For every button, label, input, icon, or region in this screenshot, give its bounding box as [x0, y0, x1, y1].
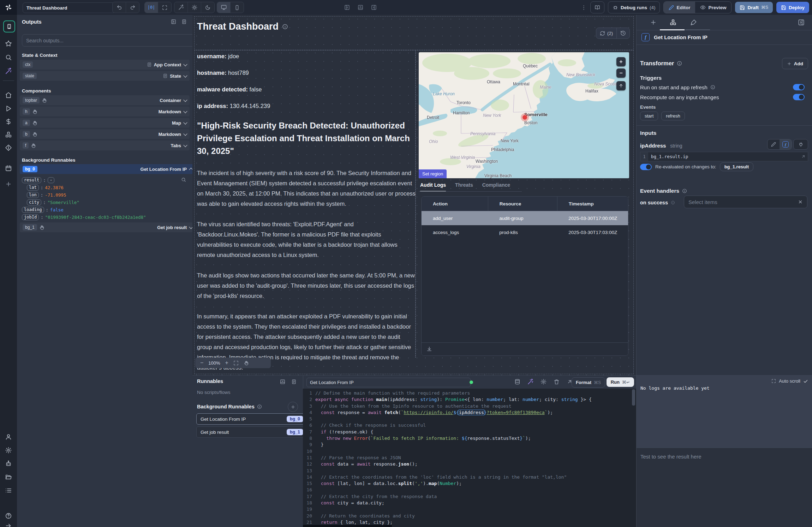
download-icon[interactable]: [426, 346, 432, 352]
rail-deploy-icon[interactable]: [5, 144, 12, 151]
rail-schedules-icon[interactable]: [5, 165, 12, 172]
rail-folders-icon[interactable]: [5, 474, 12, 480]
result-root-row[interactable]: result:-: [22, 176, 187, 184]
undo-button[interactable]: [113, 2, 126, 13]
more-menu-icon[interactable]: [581, 5, 587, 11]
expand-icon[interactable]: [801, 154, 806, 159]
chevron-down-icon[interactable]: [183, 109, 187, 113]
settings-icon[interactable]: [541, 379, 547, 385]
output-row-a[interactable]: aMap: [20, 118, 190, 128]
deploy-button[interactable]: Deploy: [776, 2, 809, 13]
map-zoom-in-button[interactable]: +: [616, 57, 626, 66]
rail-workers-icon[interactable]: [5, 460, 12, 467]
clear-icon[interactable]: [798, 199, 803, 204]
collapse-panel-icon[interactable]: [171, 19, 176, 24]
collapse-runnables-icon[interactable]: [280, 379, 285, 384]
toggle-left-panel-icon[interactable]: [344, 5, 350, 10]
toggle-right-panel-icon[interactable]: [371, 5, 377, 10]
redo-button[interactable]: [126, 2, 139, 13]
output-row-state[interactable]: stateState: [20, 71, 190, 81]
chevron-down-icon[interactable]: [183, 73, 187, 77]
result-search-icon[interactable]: [181, 177, 186, 182]
outputs-search-input[interactable]: Search outputs...: [22, 34, 196, 47]
toggle-bottom-panel-icon[interactable]: [358, 5, 363, 10]
fullscreen-button[interactable]: [158, 2, 171, 13]
editor-scrollbar[interactable]: [632, 389, 635, 406]
rail-user-icon[interactable]: [5, 433, 12, 440]
table-row[interactable]: add_useraudit-group2025-03-30T17:00:00Z: [422, 211, 628, 225]
editor-hscrollbar[interactable]: [303, 525, 392, 527]
ai-wand-icon[interactable]: [527, 379, 533, 385]
code-editor[interactable]: 1// Define the main function with the re…: [303, 389, 636, 527]
rail-favorites-icon[interactable]: [5, 40, 12, 47]
rail-logs-icon[interactable]: [5, 487, 12, 494]
format-button[interactable]: Format ⌘S: [572, 377, 605, 388]
run-button[interactable]: Run ⌘↵: [607, 377, 634, 387]
mobile-view-button[interactable]: [231, 2, 244, 13]
expand-logs-icon[interactable]: [771, 379, 776, 383]
rail-resources-icon[interactable]: [5, 131, 12, 138]
chevron-down-icon[interactable]: [183, 132, 187, 136]
ai-assistant-button[interactable]: [174, 2, 188, 13]
rail-settings-icon[interactable]: [5, 447, 12, 454]
chevron-down-icon[interactable]: [183, 120, 187, 124]
map-zoom-out-button[interactable]: −: [616, 68, 626, 78]
insert-tab-icon[interactable]: [650, 19, 657, 26]
draft-button[interactable]: Draft ⌘S: [735, 2, 773, 13]
reeval-toggle[interactable]: [640, 164, 652, 170]
output-row-f[interactable]: fTabs: [20, 140, 190, 150]
info-icon[interactable]: [282, 24, 288, 30]
dark-theme-button[interactable]: [201, 2, 214, 13]
rail-variables-icon[interactable]: [5, 118, 12, 125]
runnables-doc-icon[interactable]: [291, 379, 297, 384]
tab-audit-logs[interactable]: Audit Logs: [420, 182, 446, 192]
runnable-item-bg_0[interactable]: Get Location From IPbg_0: [196, 413, 305, 425]
rail-collapse-icon[interactable]: [5, 522, 12, 527]
rail-search-icon[interactable]: [5, 54, 12, 61]
runnable-item-bg_1[interactable]: Get job resultbg_1: [196, 426, 305, 438]
chevron-down-icon[interactable]: [183, 62, 187, 66]
input-expression-editor[interactable]: 1 bg_1.result.ip: [640, 152, 808, 161]
refresh-button[interactable]: (2): [596, 28, 616, 38]
output-row-topbar[interactable]: topbarContainer: [20, 95, 190, 105]
bg0-output-row[interactable]: bg_0 Get Location From IP: [20, 164, 195, 174]
tab-compliance[interactable]: Compliance: [482, 182, 510, 192]
output-row-b[interactable]: bMarkdown: [20, 129, 190, 139]
zoom-out-button[interactable]: −: [200, 360, 203, 366]
column-header-action[interactable]: Action: [422, 197, 488, 211]
eval-mode-button[interactable]: f: [780, 139, 792, 149]
editor-tab[interactable]: Editor: [664, 2, 695, 13]
script-name-input[interactable]: Get Location From IP: [306, 378, 471, 387]
map-component[interactable]: QuébecOttawaMontréalNew BrunswickNova Sc…: [419, 52, 629, 178]
doc-view-icon[interactable]: [181, 19, 187, 24]
output-row-ctx[interactable]: ctxApp Context: [20, 60, 190, 70]
rail-home-icon[interactable]: [5, 92, 12, 98]
preview-tab[interactable]: Preview: [695, 2, 731, 13]
rail-ai-icon[interactable]: [5, 68, 12, 74]
set-region-button[interactable]: Set region: [419, 169, 447, 178]
on-success-select[interactable]: Select items: [684, 196, 807, 208]
app-title-input[interactable]: Threat Dashboard: [23, 2, 118, 13]
event-chip-start[interactable]: start: [640, 112, 658, 120]
docs-button[interactable]: [590, 1, 604, 13]
style-tab-icon[interactable]: [690, 19, 697, 26]
column-header-timestamp[interactable]: Timestamp: [557, 197, 628, 211]
event-chip-refresh[interactable]: refresh: [661, 112, 685, 120]
tab-threats[interactable]: Threats: [455, 182, 473, 192]
collapse-toggle[interactable]: -: [48, 177, 54, 183]
desktop-view-button[interactable]: [217, 2, 231, 13]
bg1-output-row[interactable]: bg_1 Get job result: [20, 222, 195, 232]
chevron-down-icon[interactable]: [183, 98, 187, 102]
close-panel-icon[interactable]: [798, 19, 805, 26]
rail-apps-button[interactable]: [3, 20, 15, 32]
rail-runs-icon[interactable]: [5, 105, 12, 112]
light-theme-button[interactable]: [188, 2, 201, 13]
debug-runs-button[interactable]: Debug runs (4): [608, 1, 660, 13]
run-on-start-toggle[interactable]: [793, 84, 805, 90]
recompute-toggle[interactable]: [793, 94, 805, 100]
rail-help-icon[interactable]: [5, 513, 12, 519]
component-ids-toggle[interactable]: |0|: [145, 2, 158, 13]
pan-hand-icon[interactable]: [244, 360, 249, 366]
map-locate-button[interactable]: [616, 81, 626, 90]
reeval-chip[interactable]: bg_1.result: [720, 162, 753, 171]
